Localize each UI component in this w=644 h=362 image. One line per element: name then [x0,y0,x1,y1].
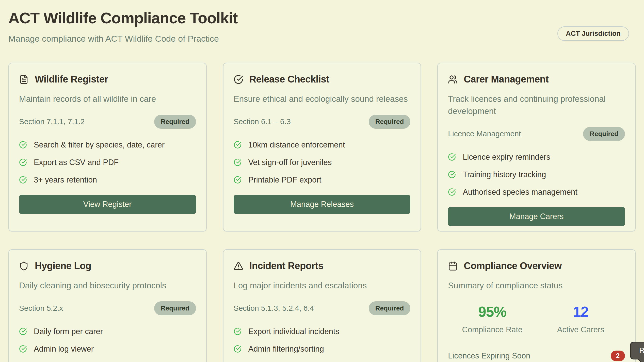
stat-compliance-rate: 95% Compliance Rate [448,303,536,334]
feature-text: Training history tracking [463,170,546,179]
feature-item: 10km distance enforcement [234,140,411,150]
stat-active-carers: 12 Active Carers [537,303,625,334]
view-register-button[interactable]: View Register [19,195,196,214]
feature-text: Admin log viewer [34,344,94,354]
users-icon [448,75,458,84]
card-title: Hygiene Log [35,260,91,271]
feature-item: Search & filter by species, date, carer [19,140,196,150]
manage-carers-button[interactable]: Manage Carers [448,207,625,226]
expiring-count-badge: 2 [611,351,625,361]
check-circle-icon [19,345,27,353]
card-release-checklist: Release Checklist Ensure ethical and eco… [223,63,421,232]
card-carer-management: Carer Management Track licences and cont… [437,63,636,232]
required-badge: Required [369,115,411,129]
card-description: Ensure ethical and ecologically sound re… [234,93,411,105]
feature-text: Search & filter by species, date, carer [34,140,165,150]
feature-item: Licence expiry reminders [448,153,625,162]
feature-item: Training history tracking [448,170,625,179]
card-header: Compliance Overview [448,260,625,271]
card-title: Wildlife Register [35,74,108,85]
feature-text: 3+ years retention [34,175,97,185]
check-circle-icon [448,188,456,196]
meta-row: Licence Management Required [448,127,625,141]
card-title: Carer Management [464,74,549,85]
card-description: Maintain records of all wildlife in care [19,93,196,105]
feature-list: Daily form per carer Admin log viewer [19,327,196,354]
check-circle-icon [234,327,241,335]
card-description: Daily cleaning and biosecurity protocols [19,279,196,292]
section-label: Licence Management [448,129,521,138]
calendar-icon [448,261,458,271]
card-header: Incident Reports [234,260,411,271]
feature-list: 10km distance enforcement Vet sign-off f… [234,140,411,185]
card-description: Summary of compliance status [448,279,625,292]
edge-tooltip: Bi [630,342,644,359]
feature-text: Licence expiry reminders [463,153,550,162]
alert-triangle-icon [234,261,243,271]
licences-expiring-row: Licences Expiring Soon 2 [448,351,625,361]
check-circle-icon [19,176,27,184]
card-hygiene-log: Hygiene Log Daily cleaning and biosecuri… [8,249,207,362]
check-circle-icon [19,141,27,149]
feature-text: Printable PDF export [248,175,321,185]
feature-item: Daily form per carer [19,327,196,336]
feature-item: Export individual incidents [234,327,411,336]
check-circle-icon [234,141,241,149]
section-label: Section 7.1.1, 7.1.2 [19,117,85,126]
section-label: Section 5.1.3, 5.2.4, 6.4 [234,304,314,312]
check-circle-icon [19,158,27,166]
check-circle-icon [234,345,241,353]
page: ACT Wildlife Compliance Toolkit Manage c… [0,0,644,362]
jurisdiction-badge[interactable]: ACT Jurisdiction [557,26,629,41]
stat-value: 12 [537,303,625,320]
meta-row: Section 5.1.3, 5.2.4, 6.4 Required [234,301,411,315]
feature-item: 3+ years retention [19,175,196,185]
stat-label: Compliance Rate [448,325,536,334]
circle-check-icon [234,75,243,84]
meta-row: Section 5.2.x Required [19,301,196,315]
feature-item: Vet sign-off for juveniles [234,158,411,167]
feature-item: Admin filtering/sorting [234,344,411,354]
card-header: Carer Management [448,74,625,85]
meta-row: Section 6.1 – 6.3 Required [234,115,411,129]
cards-grid: Wildlife Register Maintain records of al… [8,63,636,362]
licences-expiring-label: Licences Expiring Soon [448,351,530,360]
feature-text: 10km distance enforcement [248,140,345,150]
feature-item: Printable PDF export [234,175,411,185]
stats-row: 95% Compliance Rate 12 Active Carers [448,303,625,334]
stat-label: Active Carers [537,325,625,334]
feature-list: Search & filter by species, date, carer … [19,140,196,185]
feature-text: Export individual incidents [248,327,339,336]
card-description: Log major incidents and escalations [234,279,411,292]
required-badge: Required [154,301,196,315]
card-title: Incident Reports [249,260,324,271]
card-header: Hygiene Log [19,260,196,271]
check-circle-icon [448,153,456,161]
feature-text: Admin filtering/sorting [248,344,324,354]
required-badge: Required [583,127,625,141]
tooltip-text: Bi [639,346,644,355]
card-compliance-overview: Compliance Overview Summary of complianc… [437,249,636,362]
card-header: Release Checklist [234,74,411,85]
page-title: ACT Wildlife Compliance Toolkit [8,9,636,27]
section-label: Section 6.1 – 6.3 [234,117,291,126]
manage-releases-button[interactable]: Manage Releases [234,195,411,214]
stat-value: 95% [448,303,536,320]
check-circle-icon [19,327,27,335]
feature-text: Daily form per carer [34,327,103,336]
feature-item: Admin log viewer [19,344,196,354]
feature-text: Vet sign-off for juveniles [248,158,332,167]
card-wildlife-register: Wildlife Register Maintain records of al… [8,63,207,232]
check-circle-icon [234,158,241,166]
card-incident-reports: Incident Reports Log major incidents and… [223,249,421,362]
meta-row: Section 7.1.1, 7.1.2 Required [19,115,196,129]
file-text-icon [19,75,29,84]
check-circle-icon [234,176,241,184]
card-title: Compliance Overview [464,260,561,271]
section-label: Section 5.2.x [19,304,63,312]
feature-text: Export as CSV and PDF [34,158,119,167]
feature-item: Export as CSV and PDF [19,158,196,167]
shield-icon [19,261,29,271]
card-title: Release Checklist [249,74,329,85]
card-description: Track licences and continuing profession… [448,93,625,117]
